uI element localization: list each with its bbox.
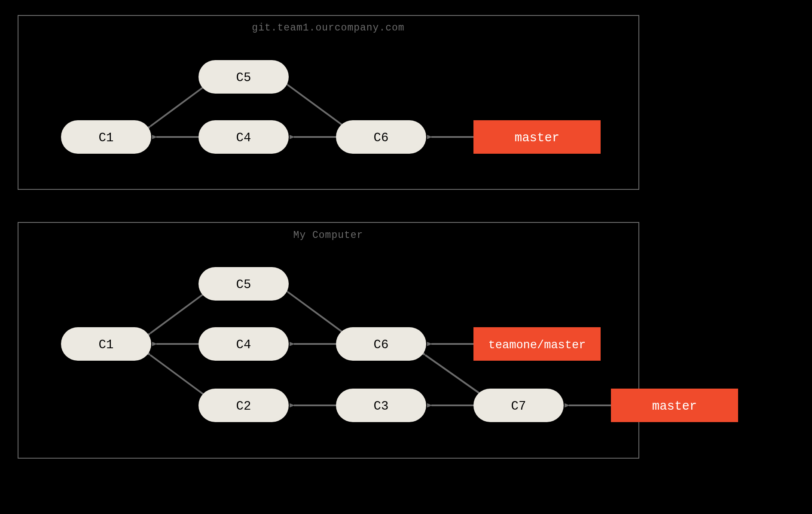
edge-c6-c5 (288, 292, 345, 334)
svg-text:teamone/master: teamone/master (488, 339, 586, 352)
edge-c2-c1 (150, 355, 206, 396)
branch-teamone-master: teamone/master (473, 327, 601, 361)
svg-text:C6: C6 (374, 338, 389, 352)
commit-c7: C7 (473, 389, 564, 422)
panel-title: My Computer (293, 230, 363, 241)
svg-text:C6: C6 (374, 131, 389, 145)
edge-c5-c1 (150, 292, 206, 333)
commit-c6: C6 (336, 120, 426, 154)
commit-c6: C6 (336, 327, 426, 361)
commit-c4: C4 (198, 327, 289, 361)
edge-c5-c1 (150, 85, 206, 126)
branch-master: master (611, 389, 738, 422)
branch-master: master (473, 120, 601, 154)
commit-c3: C3 (336, 389, 426, 422)
svg-text:C3: C3 (374, 399, 389, 414)
commit-c1: C1 (61, 327, 151, 361)
svg-text:C5: C5 (236, 278, 251, 292)
panel-border (18, 15, 639, 189)
svg-text:C4: C4 (236, 338, 251, 352)
commit-c4: C4 (198, 120, 289, 154)
svg-text:master: master (515, 131, 559, 145)
commit-c5: C5 (198, 60, 289, 94)
svg-text:C1: C1 (99, 131, 114, 145)
edge-c7-c6 (425, 355, 482, 395)
bottom-panel: My Computer C1 C4 C6 C5 C2 C3 C7 (18, 222, 738, 458)
svg-text:master: master (652, 399, 697, 414)
commit-c5: C5 (198, 267, 289, 301)
commit-c1: C1 (61, 120, 151, 154)
svg-text:C7: C7 (511, 399, 526, 414)
svg-text:C1: C1 (99, 338, 114, 352)
svg-text:C4: C4 (236, 131, 251, 145)
svg-text:C2: C2 (236, 399, 251, 414)
top-panel: git.team1.ourcompany.com C1 C4 C6 C5 mas… (18, 15, 639, 189)
panel-title: git.team1.ourcompany.com (252, 22, 404, 33)
svg-text:C5: C5 (236, 71, 251, 85)
commit-c2: C2 (198, 389, 289, 422)
edge-c6-c5 (288, 85, 345, 127)
